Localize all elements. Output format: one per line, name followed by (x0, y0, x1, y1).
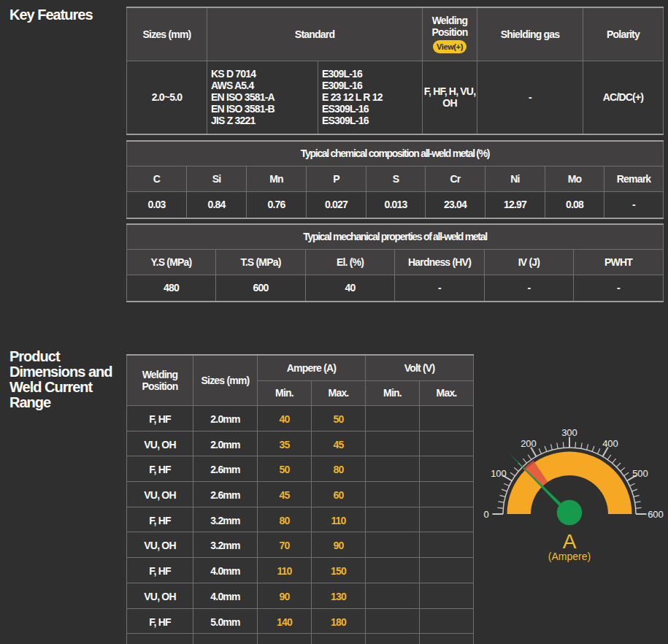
svg-text:600: 600 (648, 509, 664, 520)
svg-text:300: 300 (561, 427, 577, 438)
svg-text:0: 0 (483, 509, 488, 520)
svg-text:(Ampere): (Ampere) (548, 551, 591, 562)
svg-text:100: 100 (491, 468, 507, 479)
svg-text:A: A (563, 530, 577, 553)
svg-text:500: 500 (632, 468, 648, 479)
svg-text:200: 200 (521, 438, 537, 449)
svg-text:400: 400 (602, 438, 618, 449)
